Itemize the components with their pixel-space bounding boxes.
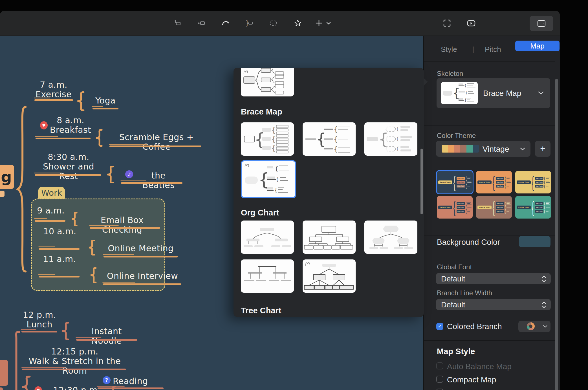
topic-shower[interactable]: 8:30 a.m. Shower and Rest <box>36 152 101 181</box>
summary-icon[interactable]: } <box>243 17 255 29</box>
topic-9am[interactable]: 9 a.m. <box>37 206 65 215</box>
theme-central-topic: Central Topic <box>477 180 492 184</box>
app-window: } g <box>0 11 560 390</box>
skeleton-card-org-1[interactable] <box>241 221 294 254</box>
skeleton-card-brace-2[interactable]: { {{{ <box>303 122 356 156</box>
theme-central-topic: Central Topic <box>438 206 452 209</box>
tab-pitch[interactable]: Pitch <box>485 45 501 54</box>
skeleton-card-logic-chart-sketch[interactable] <box>241 68 294 96</box>
topic-11am[interactable]: 11 a.m. <box>43 254 76 264</box>
topic-reading[interactable]: Reading <box>113 376 147 386</box>
presentation-icon[interactable] <box>466 17 477 29</box>
branch-line <box>103 283 181 285</box>
svg-text:(: ( <box>397 145 399 152</box>
palette-swatch <box>460 145 466 153</box>
check-icon: ✓ <box>438 323 442 329</box>
topic-yoga[interactable]: Yoga <box>90 96 121 105</box>
skeleton-thumbnail: { { ( { <box>441 82 478 104</box>
theme-card-salmon[interactable]: Central Topic{ Main Topic( Main Topic( M… <box>437 196 473 219</box>
topic-scramble-eggs[interactable]: Scramble Eggs + Coffee <box>110 133 203 152</box>
theme-card-orange[interactable]: Central Topic{ Main Topic( Main Topic( M… <box>476 171 512 193</box>
theme-main-topic: Main Topic <box>457 210 465 213</box>
theme-main-topic: Main Topic <box>535 177 543 180</box>
question-marker-icon[interactable]: ? <box>103 376 111 384</box>
theme-main-topic: Main Topic <box>496 185 504 188</box>
topic-10am[interactable]: 10 a.m. <box>43 227 77 236</box>
auto-balance-checkbox <box>436 362 443 369</box>
sidebar-scrollbar[interactable] <box>555 79 558 390</box>
compact-map-label: Compact Map <box>447 375 496 384</box>
work-tag[interactable]: Work <box>38 187 65 199</box>
afternoon-node-partial <box>0 387 3 390</box>
tab-style[interactable]: Style <box>441 45 457 54</box>
topic-interview[interactable]: Online Interview <box>105 271 180 281</box>
palette-swatch <box>473 145 479 153</box>
global-font-select[interactable]: Default <box>436 273 551 284</box>
topic-1230-partial[interactable]: 12:30 p.m. <box>46 385 108 390</box>
stepper-icon <box>541 301 547 309</box>
colored-branch-checkbox[interactable]: ✓ <box>436 323 443 330</box>
toolbar: } <box>0 11 560 36</box>
topic-email[interactable]: Email Box Checking <box>85 215 160 235</box>
insert-chevron-icon[interactable] <box>325 17 332 29</box>
branch-line <box>34 99 73 101</box>
justify-alignment-checkbox[interactable] <box>436 389 443 390</box>
central-topic-text: g <box>1 168 12 186</box>
topic-noodle[interactable]: Instant Noodle <box>76 327 138 346</box>
fullscreen-icon[interactable] <box>441 17 453 29</box>
tab-map[interactable]: Map <box>515 41 560 51</box>
palette-swatch <box>454 145 460 153</box>
topic-icon[interactable] <box>172 17 183 29</box>
skeleton-card-org-4[interactable] <box>241 259 294 293</box>
branch-line-width-select[interactable]: Default <box>436 299 551 310</box>
insert-plus-icon[interactable] <box>313 17 325 29</box>
palette-swatch <box>466 145 473 153</box>
skeleton-card-brace-1[interactable]: { {{{ <box>241 122 294 156</box>
central-topic-partial[interactable]: g <box>0 165 14 189</box>
topic-time: 12 p.m. <box>17 310 62 320</box>
color-theme-label: Color Theme <box>437 132 476 140</box>
theme-card-yellow[interactable]: Central Topic{ Main Topic( Main Topic( M… <box>515 171 551 193</box>
format-panel-button[interactable] <box>530 16 553 31</box>
stepper-icon <box>541 275 547 283</box>
theme-main-topic: Main Topic <box>457 206 465 209</box>
branch-color-button[interactable] <box>518 321 550 332</box>
colored-branch-label: Colored Branch <box>447 322 502 331</box>
popup-scrollbar[interactable] <box>420 149 423 214</box>
branch-line-width-value: Default <box>441 301 465 309</box>
topic-breakfast[interactable]: 8 a.m. Breakfast <box>42 116 99 135</box>
topic-walk[interactable]: 12:15 p.m. Walk & Stretch in the Room <box>23 347 127 376</box>
theme-card-brown[interactable]: Central Topic{ Main Topic( Main Topic( M… <box>476 196 512 219</box>
color-theme-selector[interactable]: Vintage <box>436 141 530 157</box>
theme-card-vintage-dark[interactable]: Central Topic{ Main Topic( Main Topic( M… <box>437 171 473 193</box>
map-style-title: Map Style <box>437 347 475 356</box>
topic-exercise[interactable]: 7 a.m. Exercise <box>28 80 79 99</box>
theme-central-topic: Central Topic <box>438 180 452 184</box>
skeleton-card-org-3[interactable] <box>364 221 417 254</box>
theme-main-topic: Main Topic <box>535 185 543 188</box>
theme-card-teal[interactable]: Central Topic{ Main Topic( Main Topic( M… <box>515 196 551 219</box>
skeleton-card-org-sketch[interactable] <box>303 259 356 293</box>
theme-main-topic: Main Topic <box>535 206 543 209</box>
skeleton-card-brace-3[interactable]: { ((( <box>364 122 417 156</box>
add-theme-button[interactable]: + <box>535 141 550 157</box>
heart-glyph: ♥ <box>36 388 40 390</box>
subtopic-icon[interactable] <box>196 17 207 29</box>
compact-map-checkbox[interactable] <box>436 376 443 383</box>
branch-line <box>36 138 91 139</box>
topic-lunch[interactable]: 12 p.m. Lunch <box>17 310 62 329</box>
heart-marker-icon[interactable]: ♥ <box>34 386 42 390</box>
skeleton-card-org-2[interactable] <box>303 221 356 254</box>
auto-balance-label: Auto Balance Map <box>447 362 512 371</box>
branch-line <box>35 220 65 222</box>
skeleton-card-brace-sketch-selected[interactable]: { { ( { <box>241 160 296 198</box>
marker-star-icon[interactable] <box>292 17 303 29</box>
music-note-marker-icon[interactable]: ♪ <box>125 170 133 178</box>
topic-time: 7 a.m. <box>28 80 79 90</box>
skeleton-selector[interactable]: { { ( { Brace Map <box>437 78 550 108</box>
relationship-icon[interactable] <box>220 17 231 29</box>
popover-arrow <box>424 78 428 86</box>
topic-meeting[interactable]: Online Meeting <box>103 244 178 253</box>
background-color-swatch[interactable] <box>519 236 550 247</box>
boundary-icon[interactable] <box>268 17 279 29</box>
